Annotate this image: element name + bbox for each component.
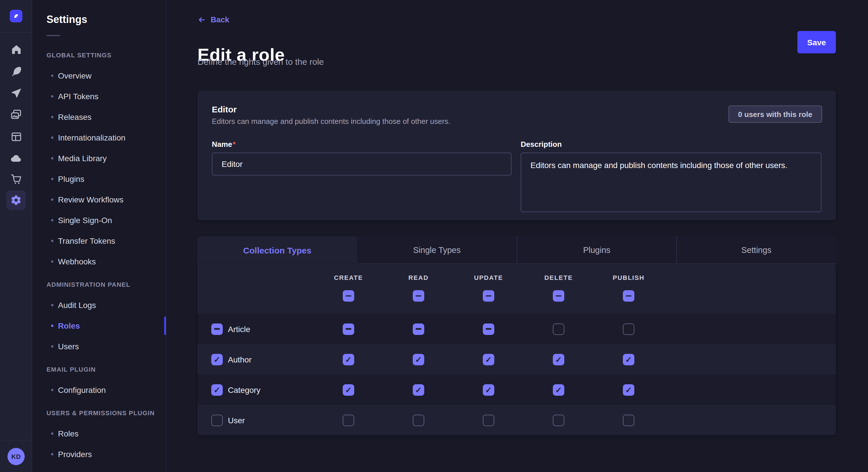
iconbar-divider bbox=[0, 32, 32, 33]
required-asterisk: * bbox=[233, 140, 236, 148]
category-read-checkbox[interactable] bbox=[413, 384, 424, 396]
select-all-update-checkbox[interactable] bbox=[483, 290, 494, 302]
row-select-checkbox[interactable] bbox=[211, 414, 223, 426]
select-all-publish-checkbox[interactable] bbox=[623, 290, 634, 302]
category-delete-checkbox[interactable] bbox=[553, 384, 564, 396]
row-label: Category bbox=[228, 385, 260, 394]
strapi-logo-icon bbox=[11, 11, 21, 21]
permissions-table: CREATE READ UPDATE DELETE PUBLISH Articl… bbox=[197, 264, 836, 435]
user-avatar[interactable]: KD bbox=[7, 448, 25, 465]
row-select-checkbox[interactable] bbox=[211, 323, 223, 335]
sidebar-item-overview[interactable]: Overview bbox=[32, 65, 166, 86]
tab-plugins[interactable]: Plugins bbox=[517, 236, 676, 264]
cloud-icon[interactable] bbox=[0, 148, 32, 169]
bullet-icon bbox=[51, 116, 53, 118]
home-icon[interactable] bbox=[0, 39, 32, 60]
row-select-checkbox[interactable] bbox=[211, 353, 223, 365]
user-read-checkbox[interactable] bbox=[413, 414, 424, 426]
user-create-checkbox[interactable] bbox=[343, 414, 354, 426]
sidebar-item-roles-admin[interactable]: Roles bbox=[32, 315, 166, 336]
tab-collection-types[interactable]: Collection Types bbox=[197, 236, 357, 264]
sidebar-item-users[interactable]: Users bbox=[32, 336, 166, 357]
tab-settings[interactable]: Settings bbox=[676, 236, 836, 264]
user-publish-checkbox[interactable] bbox=[623, 414, 634, 426]
back-arrow-icon bbox=[197, 15, 206, 24]
author-update-checkbox[interactable] bbox=[483, 353, 494, 365]
section-heading-global-settings: GLOBAL SETTINGS bbox=[32, 45, 166, 65]
settings-gear-icon bbox=[10, 194, 22, 206]
author-create-checkbox[interactable] bbox=[343, 353, 354, 365]
sidebar-item-audit-logs[interactable]: Audit Logs bbox=[32, 295, 166, 315]
bullet-icon bbox=[51, 432, 53, 435]
row-label: Author bbox=[228, 355, 252, 364]
user-update-checkbox[interactable] bbox=[483, 414, 494, 426]
bullet-icon bbox=[51, 219, 53, 222]
column-header-read: READ bbox=[383, 273, 454, 282]
author-delete-checkbox[interactable] bbox=[553, 353, 564, 365]
page-subtitle: Define the rights given to the role bbox=[197, 57, 324, 67]
select-all-create-checkbox[interactable] bbox=[343, 290, 354, 302]
subnav-title: Settings bbox=[46, 14, 87, 26]
section-heading-users-permissions-plugin: USERS & PERMISSIONS PLUGIN bbox=[32, 403, 166, 423]
back-link[interactable]: Back bbox=[197, 15, 229, 24]
category-update-checkbox[interactable] bbox=[483, 384, 494, 396]
bullet-icon bbox=[51, 260, 53, 263]
author-publish-checkbox[interactable] bbox=[623, 353, 634, 365]
permissions-table-header: CREATE READ UPDATE DELETE PUBLISH bbox=[197, 264, 836, 314]
row-select-checkbox[interactable] bbox=[211, 384, 223, 396]
app-window: KD Settings GLOBAL SETTINGS Overview API… bbox=[0, 0, 868, 472]
strapi-logo[interactable] bbox=[10, 10, 22, 22]
sidebar-item-api-tokens[interactable]: API Tokens bbox=[32, 86, 166, 107]
section-heading-email-plugin: EMAIL PLUGIN bbox=[32, 359, 166, 380]
name-field-label: Name* bbox=[212, 140, 236, 148]
row-label: User bbox=[228, 415, 245, 425]
category-publish-checkbox[interactable] bbox=[623, 384, 634, 396]
bullet-icon bbox=[51, 325, 53, 327]
deploy-paper-plane-icon[interactable] bbox=[0, 82, 32, 103]
sidebar-item-webhooks[interactable]: Webhooks bbox=[32, 251, 166, 272]
sidebar-item-media-library[interactable]: Media Library bbox=[32, 148, 166, 169]
bullet-icon bbox=[51, 304, 53, 306]
article-update-checkbox[interactable] bbox=[483, 323, 494, 335]
author-read-checkbox[interactable] bbox=[413, 353, 424, 365]
sidebar-item-single-sign-on[interactable]: Single Sign-On bbox=[32, 210, 166, 231]
article-read-checkbox[interactable] bbox=[413, 323, 424, 335]
sidebar-item-roles-up[interactable]: Roles bbox=[32, 423, 166, 444]
permissions-tabs: Collection Types Single Types Plugins Se… bbox=[197, 236, 836, 264]
save-button[interactable]: Save bbox=[797, 31, 836, 53]
name-input[interactable] bbox=[212, 153, 512, 175]
sidebar-item-transfer-tokens[interactable]: Transfer Tokens bbox=[32, 231, 166, 251]
user-delete-checkbox[interactable] bbox=[553, 414, 564, 426]
marketplace-cart-icon[interactable] bbox=[0, 169, 32, 189]
article-create-checkbox[interactable] bbox=[343, 323, 354, 335]
iconbar-bottom-divider bbox=[0, 440, 32, 440]
subnav-title-rule bbox=[46, 35, 60, 36]
bullet-icon bbox=[51, 198, 53, 201]
media-library-images-icon[interactable] bbox=[0, 104, 32, 125]
sidebar-item-internationalization[interactable]: Internationalization bbox=[32, 127, 166, 148]
bullet-icon bbox=[51, 74, 53, 77]
content-manager-layout-icon[interactable] bbox=[0, 126, 32, 147]
role-details-card: Editor Editors can manage and publish co… bbox=[197, 91, 836, 220]
column-header-publish: PUBLISH bbox=[594, 273, 663, 282]
bullet-icon bbox=[51, 136, 53, 139]
sidebar-item-providers[interactable]: Providers bbox=[32, 444, 166, 465]
table-row-user: User bbox=[197, 405, 836, 435]
users-with-role-badge[interactable]: 0 users with this role bbox=[728, 105, 822, 123]
sidebar-item-plugins[interactable]: Plugins bbox=[32, 169, 166, 189]
content-builder-feather-icon[interactable] bbox=[0, 61, 32, 81]
category-create-checkbox[interactable] bbox=[343, 384, 354, 396]
article-publish-checkbox[interactable] bbox=[623, 323, 634, 335]
bullet-icon bbox=[51, 453, 53, 456]
sidebar-item-releases[interactable]: Releases bbox=[32, 107, 166, 127]
settings-gear-active-tile[interactable] bbox=[6, 191, 26, 210]
tab-single-types[interactable]: Single Types bbox=[357, 236, 517, 264]
description-textarea[interactable]: Editors can manage and publish contents … bbox=[521, 153, 822, 212]
sidebar-item-review-workflows[interactable]: Review Workflows bbox=[32, 189, 166, 210]
settings-subnav: Settings GLOBAL SETTINGS Overview API To… bbox=[32, 0, 166, 472]
article-delete-checkbox[interactable] bbox=[553, 323, 564, 335]
select-all-delete-checkbox[interactable] bbox=[553, 290, 564, 302]
main-nav-iconbar: KD bbox=[0, 0, 32, 472]
select-all-read-checkbox[interactable] bbox=[413, 290, 424, 302]
sidebar-item-configuration[interactable]: Configuration bbox=[32, 380, 166, 400]
